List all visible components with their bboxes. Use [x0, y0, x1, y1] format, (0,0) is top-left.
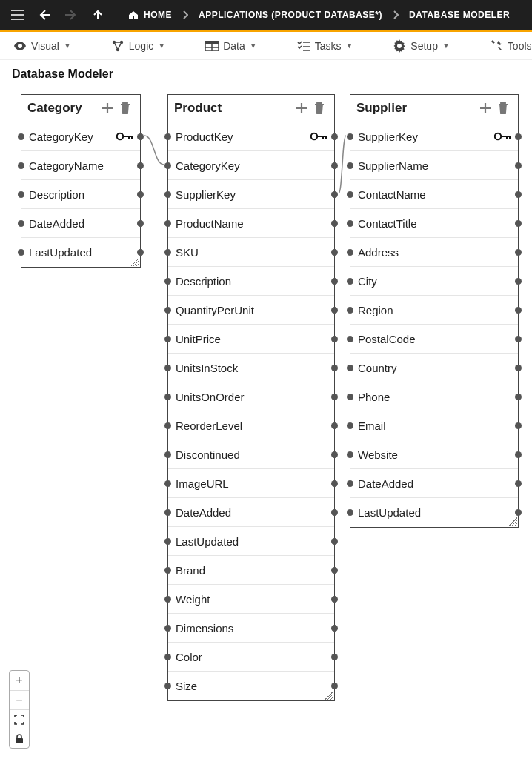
port-right[interactable]	[331, 480, 338, 487]
field-row[interactable]: SupplierKey	[350, 122, 518, 151]
entity-category[interactable]: CategoryCategoryKeyCategoryNameDescripti…	[21, 94, 141, 268]
port-left[interactable]	[347, 336, 353, 342]
field-row[interactable]: Weight	[168, 585, 334, 614]
field-row[interactable]: Dimensions	[168, 614, 334, 643]
port-right[interactable]	[331, 625, 338, 632]
port-left[interactable]	[164, 422, 171, 429]
port-right[interactable]	[515, 220, 522, 227]
field-row[interactable]: ContactTitle	[350, 209, 518, 238]
port-right[interactable]	[515, 162, 522, 169]
port-right[interactable]	[515, 191, 522, 198]
entity-product[interactable]: ProductProductKeyCategoryKeySupplierKeyP…	[167, 94, 335, 701]
field-row[interactable]: Description	[168, 267, 334, 296]
port-left[interactable]	[18, 133, 24, 140]
port-left[interactable]	[18, 249, 24, 256]
port-right[interactable]	[137, 133, 144, 140]
port-right[interactable]	[331, 596, 338, 603]
port-right[interactable]	[515, 451, 522, 458]
field-row[interactable]: DateAdded	[350, 469, 518, 498]
port-left[interactable]	[164, 654, 171, 660]
port-left[interactable]	[164, 133, 171, 140]
port-left[interactable]	[164, 596, 171, 603]
port-left[interactable]	[164, 683, 171, 689]
port-right[interactable]	[515, 336, 522, 342]
port-right[interactable]	[515, 394, 522, 400]
field-row[interactable]: City	[350, 267, 518, 296]
field-row[interactable]: UnitsOnOrder	[168, 382, 334, 411]
field-row[interactable]: Country	[350, 354, 518, 382]
entity-header[interactable]: Supplier	[350, 95, 518, 122]
port-right[interactable]	[137, 191, 144, 198]
field-row[interactable]: Discontinued	[168, 440, 334, 469]
field-row[interactable]: SupplierKey	[168, 180, 334, 209]
port-left[interactable]	[347, 365, 353, 371]
up-icon[interactable]	[86, 3, 110, 27]
port-left[interactable]	[164, 249, 171, 256]
field-row[interactable]: Website	[350, 440, 518, 469]
port-right[interactable]	[331, 336, 338, 342]
port-right[interactable]	[331, 162, 338, 169]
breadcrumb-home[interactable]: HOME	[123, 10, 176, 20]
field-row[interactable]: ContactName	[350, 180, 518, 209]
field-row[interactable]: QuantityPerUnit	[168, 296, 334, 325]
port-left[interactable]	[164, 336, 171, 342]
port-right[interactable]	[331, 220, 338, 227]
field-row[interactable]: DateAdded	[168, 498, 334, 527]
port-left[interactable]	[347, 394, 353, 400]
field-row[interactable]: UnitPrice	[168, 325, 334, 354]
port-left[interactable]	[347, 480, 353, 487]
port-right[interactable]	[515, 249, 522, 256]
port-right[interactable]	[515, 422, 522, 429]
field-row[interactable]: DateAdded	[21, 209, 140, 238]
resize-handle[interactable]	[508, 517, 517, 526]
add-field-button[interactable]	[476, 99, 494, 117]
menu-logic[interactable]: Logic ▼	[107, 36, 170, 56]
entity-header[interactable]: Category	[21, 95, 140, 122]
port-right[interactable]	[331, 654, 338, 660]
modeler-canvas[interactable]: CategoryCategoryKeyCategoryNameDescripti…	[0, 85, 532, 759]
port-right[interactable]	[331, 538, 338, 545]
port-left[interactable]	[164, 480, 171, 487]
field-row[interactable]: PostalCode	[350, 325, 518, 354]
zoom-in-button[interactable]: +	[10, 671, 29, 690]
field-row[interactable]: Size	[168, 672, 334, 700]
port-right[interactable]	[515, 133, 522, 140]
delete-entity-button[interactable]	[494, 99, 512, 117]
port-right[interactable]	[515, 278, 522, 285]
port-left[interactable]	[164, 278, 171, 285]
port-right[interactable]	[331, 249, 338, 256]
menu-visual[interactable]: Visual ▼	[9, 36, 76, 56]
port-left[interactable]	[164, 307, 171, 314]
port-left[interactable]	[347, 278, 353, 285]
entity-header[interactable]: Product	[168, 95, 334, 122]
add-field-button[interactable]	[293, 99, 310, 117]
port-left[interactable]	[347, 220, 353, 227]
port-right[interactable]	[331, 567, 338, 574]
port-left[interactable]	[18, 162, 24, 169]
field-row[interactable]: SKU	[168, 238, 334, 267]
port-right[interactable]	[515, 307, 522, 314]
port-right[interactable]	[331, 394, 338, 400]
field-row[interactable]: Brand	[168, 556, 334, 585]
field-row[interactable]: LastUpdated	[21, 238, 140, 267]
menu-tasks[interactable]: Tasks ▼	[293, 36, 358, 56]
resize-handle[interactable]	[130, 257, 139, 266]
field-row[interactable]: LastUpdated	[350, 498, 518, 527]
field-row[interactable]: Description	[21, 180, 140, 209]
port-right[interactable]	[331, 365, 338, 371]
port-left[interactable]	[347, 451, 353, 458]
port-right[interactable]	[331, 133, 338, 140]
port-left[interactable]	[18, 220, 24, 227]
entity-supplier[interactable]: SupplierSupplierKeySupplierNameContactNa…	[350, 94, 519, 528]
field-row[interactable]: Phone	[350, 382, 518, 411]
port-left[interactable]	[164, 538, 171, 545]
port-left[interactable]	[18, 191, 24, 198]
port-right[interactable]	[137, 220, 144, 227]
field-row[interactable]: SupplierName	[350, 151, 518, 180]
resize-handle[interactable]	[325, 691, 333, 700]
delete-entity-button[interactable]	[116, 99, 134, 117]
port-left[interactable]	[347, 162, 353, 169]
field-row[interactable]: CategoryName	[21, 151, 140, 180]
port-right[interactable]	[331, 683, 338, 689]
port-right[interactable]	[137, 249, 144, 256]
